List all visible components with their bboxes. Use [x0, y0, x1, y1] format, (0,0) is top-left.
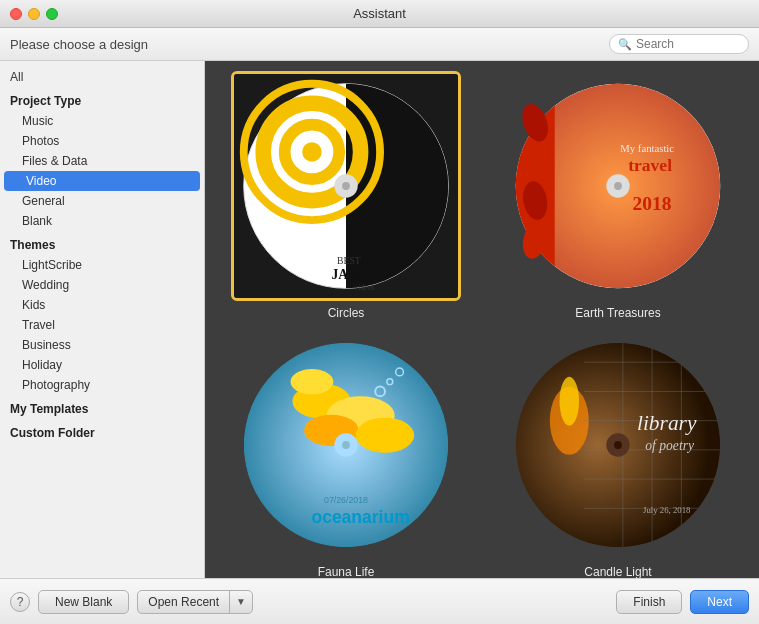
sidebar-item-travel[interactable]: Travel — [0, 315, 204, 335]
sidebar: AllProject TypeMusicPhotosFiles & DataVi… — [0, 61, 205, 578]
open-recent-group[interactable]: Open Recent ▼ — [137, 590, 253, 614]
next-button[interactable]: Next — [690, 590, 749, 614]
design-thumb-fauna-life: 07/26/2018 oceanarium — [231, 330, 461, 560]
sidebar-item-wedding[interactable]: Wedding — [0, 275, 204, 295]
svg-point-33 — [356, 418, 414, 453]
svg-text:of poetry: of poetry — [645, 438, 695, 453]
maximize-button[interactable] — [46, 8, 58, 20]
design-label-fauna-life: Fauna Life — [318, 565, 375, 578]
svg-text:oceanarium: oceanarium — [311, 507, 409, 527]
design-card-circles[interactable]: BEST JAZZ videos ← → Circles — [215, 71, 477, 320]
design-thumb-circles: BEST JAZZ videos ← → — [231, 71, 461, 301]
svg-text:travel: travel — [628, 155, 672, 175]
sidebar-item-files-data[interactable]: Files & Data — [0, 151, 204, 171]
minimize-button[interactable] — [28, 8, 40, 20]
sidebar-item-photography[interactable]: Photography — [0, 375, 204, 395]
sidebar-item-video[interactable]: Video — [4, 171, 200, 191]
sidebar-item-photos[interactable]: Photos — [0, 131, 204, 151]
svg-point-60 — [614, 441, 622, 449]
title-bar: Assistant — [0, 0, 759, 28]
design-label-candle-light: Candle Light — [584, 565, 651, 578]
toolbar-title: Please choose a design — [10, 37, 148, 52]
svg-text:library: library — [637, 411, 697, 435]
search-input[interactable] — [636, 37, 740, 51]
sidebar-item-custom-folder: Custom Folder — [0, 423, 204, 443]
svg-text:2018: 2018 — [633, 193, 672, 214]
svg-point-34 — [290, 369, 333, 394]
sidebar-item-kids[interactable]: Kids — [0, 295, 204, 315]
sidebar-item-business[interactable]: Business — [0, 335, 204, 355]
svg-point-4 — [302, 142, 321, 161]
bottom-right: Finish Next — [616, 590, 749, 614]
close-button[interactable] — [10, 8, 22, 20]
svg-text:BEST: BEST — [337, 255, 361, 266]
svg-point-46 — [560, 377, 579, 426]
svg-point-23 — [614, 182, 622, 190]
svg-text:JAZZ: JAZZ — [332, 267, 367, 282]
search-box[interactable]: 🔍 — [609, 34, 749, 54]
main-content: AllProject TypeMusicPhotosFiles & DataVi… — [0, 61, 759, 578]
design-thumb-candle-light: library of poetry July 26, 2018 — [503, 330, 733, 560]
bottom-bar: ? New Blank Open Recent ▼ Finish Next — [0, 578, 759, 624]
design-card-fauna-life[interactable]: 07/26/2018 oceanarium Fauna Life — [215, 330, 477, 578]
sidebar-item-lightscribe[interactable]: LightScribe — [0, 255, 204, 275]
bottom-left: ? New Blank Open Recent ▼ — [10, 590, 253, 614]
sidebar-item-general[interactable]: General — [0, 191, 204, 211]
svg-point-7 — [342, 182, 350, 190]
finish-button[interactable]: Finish — [616, 590, 682, 614]
design-label-circles: Circles — [328, 306, 365, 320]
search-icon: 🔍 — [618, 38, 632, 51]
design-card-candle-light[interactable]: library of poetry July 26, 2018 Candle L… — [487, 330, 749, 578]
window-title: Assistant — [353, 6, 406, 21]
sidebar-item-all[interactable]: All — [0, 67, 204, 87]
sidebar-item-music[interactable]: Music — [0, 111, 204, 131]
open-recent-label: Open Recent — [138, 591, 230, 613]
svg-text:July 26, 2018: July 26, 2018 — [643, 505, 691, 515]
design-card-earth-treasures[interactable]: My fantastic travel 2018 Earth Treasures — [487, 71, 749, 320]
sidebar-item-blank[interactable]: Blank — [0, 211, 204, 231]
help-button[interactable]: ? — [10, 592, 30, 612]
sidebar-item-project-type: Project Type — [0, 91, 204, 111]
toolbar: Please choose a design 🔍 — [0, 28, 759, 61]
new-blank-button[interactable]: New Blank — [38, 590, 129, 614]
svg-point-41 — [342, 441, 350, 449]
design-label-earth-treasures: Earth Treasures — [575, 306, 660, 320]
svg-text:videos: videos — [354, 283, 374, 292]
content-area: BEST JAZZ videos ← → Circles — [205, 61, 759, 578]
design-thumb-earth-treasures: My fantastic travel 2018 — [503, 71, 733, 301]
sidebar-item-themes: Themes — [0, 235, 204, 255]
svg-text:07/26/2018: 07/26/2018 — [324, 495, 368, 505]
sidebar-item-my-templates: My Templates — [0, 399, 204, 419]
traffic-lights[interactable] — [10, 8, 58, 20]
sidebar-item-holiday[interactable]: Holiday — [0, 355, 204, 375]
open-recent-dropdown-arrow[interactable]: ▼ — [230, 592, 252, 611]
svg-text:My fantastic: My fantastic — [620, 142, 674, 154]
